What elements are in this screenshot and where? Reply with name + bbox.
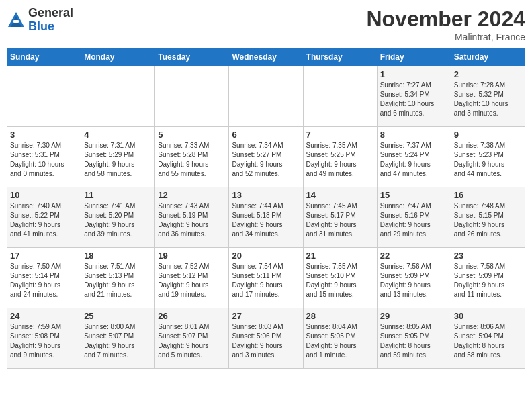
day-number: 25: [84, 311, 152, 321]
day-number: 10: [10, 190, 78, 200]
day-number: 9: [454, 130, 522, 140]
day-header-tuesday: Tuesday: [155, 48, 229, 66]
day-cell: 8Sunrise: 7:37 AM Sunset: 5:24 PM Daylig…: [377, 127, 451, 187]
day-cell: 11Sunrise: 7:41 AM Sunset: 5:20 PM Dayli…: [81, 187, 155, 248]
day-number: 13: [232, 190, 300, 200]
day-info: Sunrise: 8:00 AM Sunset: 5:07 PM Dayligh…: [84, 322, 152, 360]
day-number: 6: [232, 130, 300, 140]
day-cell: 12Sunrise: 7:43 AM Sunset: 5:19 PM Dayli…: [155, 187, 229, 248]
day-info: Sunrise: 8:06 AM Sunset: 5:04 PM Dayligh…: [454, 322, 522, 360]
day-number: 27: [232, 311, 300, 321]
day-info: Sunrise: 7:28 AM Sunset: 5:32 PM Dayligh…: [454, 81, 522, 118]
day-cell: 15Sunrise: 7:47 AM Sunset: 5:16 PM Dayli…: [377, 187, 451, 248]
day-number: 28: [306, 311, 374, 321]
day-info: Sunrise: 7:27 AM Sunset: 5:34 PM Dayligh…: [380, 81, 448, 118]
day-info: Sunrise: 7:54 AM Sunset: 5:11 PM Dayligh…: [232, 262, 300, 300]
header: General Blue November 2024 Malintrat, Fr…: [7, 7, 525, 42]
day-number: 7: [306, 130, 374, 140]
day-info: Sunrise: 7:44 AM Sunset: 5:18 PM Dayligh…: [232, 201, 300, 239]
day-cell: 7Sunrise: 7:35 AM Sunset: 5:25 PM Daylig…: [303, 127, 377, 187]
day-cell: 22Sunrise: 7:56 AM Sunset: 5:09 PM Dayli…: [377, 248, 451, 308]
day-info: Sunrise: 7:56 AM Sunset: 5:09 PM Dayligh…: [380, 262, 448, 300]
logo-blue: Blue: [28, 19, 54, 33]
day-number: 14: [306, 190, 374, 200]
week-row-3: 10Sunrise: 7:40 AM Sunset: 5:22 PM Dayli…: [7, 187, 525, 248]
day-info: Sunrise: 7:48 AM Sunset: 5:15 PM Dayligh…: [454, 201, 522, 239]
day-cell: 20Sunrise: 7:54 AM Sunset: 5:11 PM Dayli…: [229, 248, 303, 308]
logo-text: General Blue: [28, 7, 73, 34]
day-cell: 24Sunrise: 7:59 AM Sunset: 5:08 PM Dayli…: [7, 308, 81, 369]
day-number: 26: [158, 311, 226, 321]
day-info: Sunrise: 7:58 AM Sunset: 5:09 PM Dayligh…: [454, 262, 522, 300]
day-info: Sunrise: 7:41 AM Sunset: 5:20 PM Dayligh…: [84, 201, 152, 239]
day-cell: 30Sunrise: 8:06 AM Sunset: 5:04 PM Dayli…: [451, 308, 525, 369]
week-row-1: 1Sunrise: 7:27 AM Sunset: 5:34 PM Daylig…: [7, 66, 525, 127]
day-info: Sunrise: 7:38 AM Sunset: 5:23 PM Dayligh…: [454, 141, 522, 179]
day-info: Sunrise: 7:37 AM Sunset: 5:24 PM Dayligh…: [380, 141, 448, 179]
day-cell: 2Sunrise: 7:28 AM Sunset: 5:32 PM Daylig…: [451, 66, 525, 127]
week-row-5: 24Sunrise: 7:59 AM Sunset: 5:08 PM Dayli…: [7, 308, 525, 369]
day-cell: [81, 66, 155, 127]
day-info: Sunrise: 7:40 AM Sunset: 5:22 PM Dayligh…: [10, 201, 78, 239]
day-cell: 16Sunrise: 7:48 AM Sunset: 5:15 PM Dayli…: [451, 187, 525, 248]
location: Malintrat, France: [366, 32, 525, 42]
day-header-sunday: Sunday: [7, 48, 81, 66]
day-header-thursday: Thursday: [303, 48, 377, 66]
day-info: Sunrise: 7:34 AM Sunset: 5:27 PM Dayligh…: [232, 141, 300, 179]
day-number: 29: [380, 311, 448, 321]
day-number: 17: [10, 250, 78, 261]
month-title: November 2024: [366, 7, 525, 32]
day-cell: 1Sunrise: 7:27 AM Sunset: 5:34 PM Daylig…: [377, 66, 451, 127]
day-cell: 6Sunrise: 7:34 AM Sunset: 5:27 PM Daylig…: [229, 127, 303, 187]
day-header-friday: Friday: [377, 48, 451, 66]
day-cell: 18Sunrise: 7:51 AM Sunset: 5:13 PM Dayli…: [81, 248, 155, 308]
day-info: Sunrise: 8:04 AM Sunset: 5:05 PM Dayligh…: [306, 322, 374, 360]
day-info: Sunrise: 8:01 AM Sunset: 5:07 PM Dayligh…: [158, 322, 226, 360]
day-number: 21: [306, 250, 374, 261]
day-cell: [155, 66, 229, 127]
day-info: Sunrise: 7:43 AM Sunset: 5:19 PM Dayligh…: [158, 201, 226, 239]
day-number: 18: [84, 250, 152, 261]
day-cell: 29Sunrise: 8:05 AM Sunset: 5:05 PM Dayli…: [377, 308, 451, 369]
day-cell: 25Sunrise: 8:00 AM Sunset: 5:07 PM Dayli…: [81, 308, 155, 369]
day-info: Sunrise: 7:59 AM Sunset: 5:08 PM Dayligh…: [10, 322, 78, 360]
day-info: Sunrise: 7:30 AM Sunset: 5:31 PM Dayligh…: [10, 141, 78, 179]
day-info: Sunrise: 7:47 AM Sunset: 5:16 PM Dayligh…: [380, 201, 448, 239]
logo-general: General: [28, 6, 73, 19]
day-info: Sunrise: 8:05 AM Sunset: 5:05 PM Dayligh…: [380, 322, 448, 360]
day-number: 1: [380, 69, 448, 79]
day-cell: 3Sunrise: 7:30 AM Sunset: 5:31 PM Daylig…: [7, 127, 81, 187]
week-row-2: 3Sunrise: 7:30 AM Sunset: 5:31 PM Daylig…: [7, 127, 525, 187]
day-number: 12: [158, 190, 226, 200]
logo: General Blue: [7, 7, 73, 34]
title-area: November 2024 Malintrat, France: [366, 7, 525, 42]
logo-icon: [7, 11, 26, 30]
day-info: Sunrise: 7:51 AM Sunset: 5:13 PM Dayligh…: [84, 262, 152, 300]
day-cell: 23Sunrise: 7:58 AM Sunset: 5:09 PM Dayli…: [451, 248, 525, 308]
day-info: Sunrise: 7:31 AM Sunset: 5:29 PM Dayligh…: [84, 141, 152, 179]
day-cell: 14Sunrise: 7:45 AM Sunset: 5:17 PM Dayli…: [303, 187, 377, 248]
day-header-wednesday: Wednesday: [229, 48, 303, 66]
day-cell: 10Sunrise: 7:40 AM Sunset: 5:22 PM Dayli…: [7, 187, 81, 248]
day-cell: 21Sunrise: 7:55 AM Sunset: 5:10 PM Dayli…: [303, 248, 377, 308]
day-cell: 27Sunrise: 8:03 AM Sunset: 5:06 PM Dayli…: [229, 308, 303, 369]
day-number: 15: [380, 190, 448, 200]
day-info: Sunrise: 7:55 AM Sunset: 5:10 PM Dayligh…: [306, 262, 374, 300]
day-cell: [303, 66, 377, 127]
day-number: 23: [454, 250, 522, 261]
day-number: 11: [84, 190, 152, 200]
day-cell: 28Sunrise: 8:04 AM Sunset: 5:05 PM Dayli…: [303, 308, 377, 369]
day-cell: [229, 66, 303, 127]
day-info: Sunrise: 7:33 AM Sunset: 5:28 PM Dayligh…: [158, 141, 226, 179]
svg-rect-2: [13, 20, 19, 23]
day-cell: 4Sunrise: 7:31 AM Sunset: 5:29 PM Daylig…: [81, 127, 155, 187]
day-cell: 17Sunrise: 7:50 AM Sunset: 5:14 PM Dayli…: [7, 248, 81, 308]
day-number: 22: [380, 250, 448, 261]
day-number: 20: [232, 250, 300, 261]
day-number: 24: [10, 311, 78, 321]
day-cell: 19Sunrise: 7:52 AM Sunset: 5:12 PM Dayli…: [155, 248, 229, 308]
day-number: 16: [454, 190, 522, 200]
day-header-monday: Monday: [81, 48, 155, 66]
day-cell: 5Sunrise: 7:33 AM Sunset: 5:28 PM Daylig…: [155, 127, 229, 187]
day-header-saturday: Saturday: [451, 48, 525, 66]
